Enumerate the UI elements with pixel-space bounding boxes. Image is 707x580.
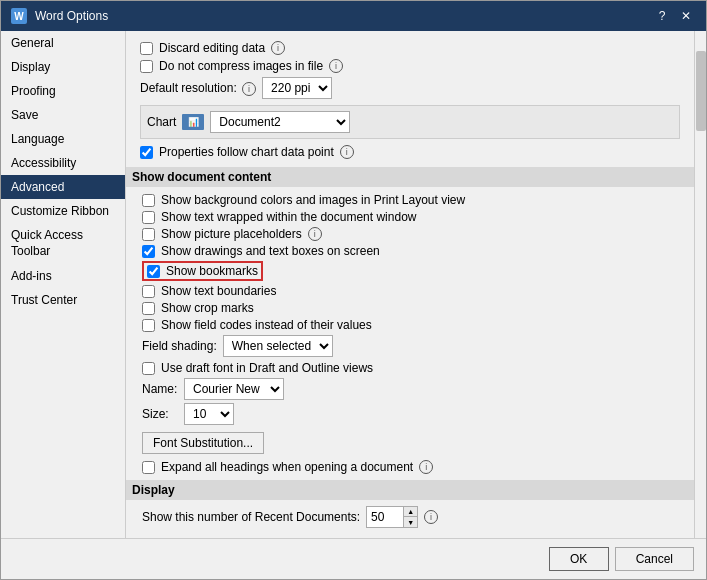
sidebar-item-save[interactable]: Save — [1, 103, 125, 127]
discard-editing-label: Discard editing data — [159, 41, 265, 55]
chart-select[interactable]: Document2 — [210, 111, 350, 133]
field-shading-row: Field shading: When selected Never Alway… — [140, 335, 680, 357]
sidebar-item-display[interactable]: Display — [1, 55, 125, 79]
close-button[interactable]: ✕ — [676, 7, 696, 25]
sidebar-item-accessibility[interactable]: Accessibility — [1, 151, 125, 175]
draft-font-checkbox[interactable] — [142, 362, 155, 375]
sidebar-item-add-ins[interactable]: Add-ins — [1, 264, 125, 288]
scrollable-area[interactable]: Discard editing data i Do not compress i… — [126, 31, 694, 538]
font-name-select[interactable]: Courier New — [184, 378, 284, 400]
show-text-wrapped-row: Show text wrapped within the document wi… — [140, 210, 680, 224]
draft-font-row: Use draft font in Draft and Outline view… — [140, 361, 680, 375]
draft-font-label: Use draft font in Draft and Outline view… — [161, 361, 373, 375]
ok-button[interactable]: OK — [549, 547, 609, 571]
recent-docs-row: Show this number of Recent Documents: ▲ … — [140, 506, 680, 528]
show-text-wrapped-label: Show text wrapped within the document wi… — [161, 210, 416, 224]
font-size-select[interactable]: 10 — [184, 403, 234, 425]
spinner-down-button[interactable]: ▼ — [403, 517, 417, 527]
scrollbar[interactable] — [694, 31, 706, 538]
show-bg-colors-label: Show background colors and images in Pri… — [161, 193, 465, 207]
properties-info-icon: i — [340, 145, 354, 159]
sidebar-item-language[interactable]: Language — [1, 127, 125, 151]
word-options-dialog: W Word Options ? ✕ General Display Proof… — [0, 0, 707, 580]
expand-headings-label: Expand all headings when opening a docum… — [161, 460, 413, 474]
field-shading-select[interactable]: When selected Never Always — [223, 335, 333, 357]
title-bar-left: W Word Options — [11, 8, 108, 24]
show-drawings-row: Show drawings and text boxes on screen — [140, 244, 680, 258]
compress-images-checkbox[interactable] — [140, 60, 153, 73]
discard-editing-checkbox[interactable] — [140, 42, 153, 55]
show-picture-placeholders-label: Show picture placeholders — [161, 227, 302, 241]
show-bg-colors-row: Show background colors and images in Pri… — [140, 193, 680, 207]
show-field-codes-checkbox[interactable] — [142, 319, 155, 332]
recent-docs-info-icon: i — [424, 510, 438, 524]
show-picture-placeholders-checkbox[interactable] — [142, 228, 155, 241]
properties-checkbox[interactable] — [140, 146, 153, 159]
show-field-codes-row: Show field codes instead of their values — [140, 318, 680, 332]
spinner-up-button[interactable]: ▲ — [403, 507, 417, 517]
sidebar-item-proofing[interactable]: Proofing — [1, 79, 125, 103]
show-crop-marks-checkbox[interactable] — [142, 302, 155, 315]
dialog-footer: OK Cancel — [1, 538, 706, 579]
expand-headings-row: Expand all headings when opening a docum… — [140, 460, 680, 474]
cancel-button[interactable]: Cancel — [615, 547, 694, 571]
sidebar-item-quick-access-toolbar[interactable]: Quick Access Toolbar — [1, 223, 125, 264]
discard-info-icon: i — [271, 41, 285, 55]
font-size-row: Size: 10 — [140, 403, 680, 425]
show-bg-colors-checkbox[interactable] — [142, 194, 155, 207]
sidebar-item-advanced[interactable]: Advanced — [1, 175, 125, 199]
show-drawings-checkbox[interactable] — [142, 245, 155, 258]
show-text-wrapped-checkbox[interactable] — [142, 211, 155, 224]
recent-docs-input[interactable] — [367, 508, 403, 526]
chart-icon: 📊 — [182, 114, 204, 130]
picture-placeholders-info-icon: i — [308, 227, 322, 241]
title-bar-controls: ? ✕ — [652, 7, 696, 25]
show-picture-placeholders-row: Show picture placeholders i — [140, 227, 680, 241]
chart-row: Chart 📊 Document2 — [140, 105, 680, 139]
show-bookmarks-wrapper: Show bookmarks — [140, 261, 680, 281]
resolution-info-icon: i — [242, 82, 256, 96]
show-drawings-label: Show drawings and text boxes on screen — [161, 244, 380, 258]
compress-info-icon: i — [329, 59, 343, 73]
resolution-label: Default resolution: i — [140, 81, 256, 96]
expand-headings-checkbox[interactable] — [142, 461, 155, 474]
font-substitution-button[interactable]: Font Substitution... — [142, 432, 264, 454]
dialog-title: Word Options — [35, 9, 108, 23]
show-field-codes-label: Show field codes instead of their values — [161, 318, 372, 332]
top-options: Discard editing data i Do not compress i… — [140, 41, 680, 99]
app-icon: W — [11, 8, 27, 24]
recent-docs-input-wrap: ▲ ▼ — [366, 506, 418, 528]
chart-label: Chart — [147, 115, 176, 129]
title-bar: W Word Options ? ✕ — [1, 1, 706, 31]
display-heading: Display — [126, 480, 694, 500]
show-crop-marks-label: Show crop marks — [161, 301, 254, 315]
show-bookmarks-label: Show bookmarks — [166, 264, 258, 278]
resolution-row: Default resolution: i 220 ppi 96 ppi 150… — [140, 77, 680, 99]
recent-docs-label: Show this number of Recent Documents: — [142, 510, 360, 524]
show-text-boundaries-checkbox[interactable] — [142, 285, 155, 298]
expand-headings-info-icon: i — [419, 460, 433, 474]
font-name-row: Name: Courier New — [140, 378, 680, 400]
field-shading-label: Field shading: — [142, 339, 217, 353]
main-content: Discard editing data i Do not compress i… — [126, 31, 694, 538]
dialog-body: General Display Proofing Save Language A… — [1, 31, 706, 538]
show-text-boundaries-label: Show text boundaries — [161, 284, 276, 298]
show-crop-marks-row: Show crop marks — [140, 301, 680, 315]
font-name-label: Name: — [142, 382, 178, 396]
scrollbar-thumb[interactable] — [696, 51, 706, 131]
sidebar: General Display Proofing Save Language A… — [1, 31, 126, 538]
discard-editing-row: Discard editing data i — [140, 41, 680, 55]
sidebar-item-general[interactable]: General — [1, 31, 125, 55]
show-doc-content-heading: Show document content — [126, 167, 694, 187]
compress-images-row: Do not compress images in file i — [140, 59, 680, 73]
resolution-select[interactable]: 220 ppi 96 ppi 150 ppi 330 ppi — [262, 77, 332, 99]
sidebar-item-customize-ribbon[interactable]: Customize Ribbon — [1, 199, 125, 223]
properties-row: Properties follow chart data point i — [140, 145, 680, 159]
help-button[interactable]: ? — [652, 7, 672, 25]
sidebar-item-trust-center[interactable]: Trust Center — [1, 288, 125, 312]
show-text-boundaries-row: Show text boundaries — [140, 284, 680, 298]
show-bookmarks-highlighted: Show bookmarks — [142, 261, 263, 281]
show-bookmarks-checkbox[interactable] — [147, 265, 160, 278]
compress-images-label: Do not compress images in file — [159, 59, 323, 73]
properties-label: Properties follow chart data point — [159, 145, 334, 159]
